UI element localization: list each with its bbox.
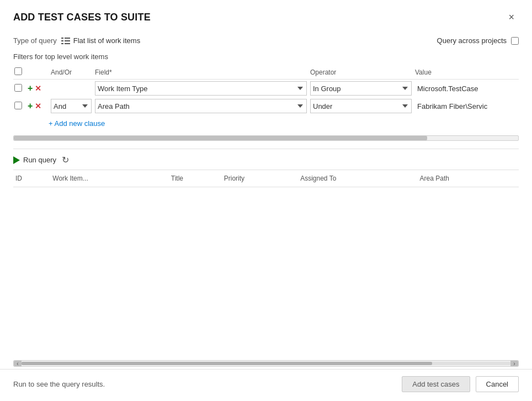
- th-operator: Operator: [309, 65, 414, 80]
- bottom-scrollbar-right-arrow[interactable]: ›: [510, 361, 518, 366]
- results-column-header: Priority: [222, 170, 298, 187]
- play-icon: [13, 156, 20, 164]
- th-checkbox: [13, 65, 25, 80]
- svg-rect-5: [65, 43, 70, 44]
- flat-list-label: Flat list of work items: [73, 36, 140, 45]
- add-test-cases-button[interactable]: Add test cases: [402, 376, 470, 392]
- query-type-left: Type of query Flat list of work items: [13, 36, 140, 45]
- th-field: Field*: [94, 65, 309, 80]
- delete-row-button[interactable]: ✕: [34, 85, 42, 92]
- list-icon: [61, 37, 70, 45]
- field-select[interactable]: Work Item Type: [95, 81, 307, 96]
- andor-select[interactable]: AndOr: [51, 99, 92, 113]
- svg-rect-0: [61, 38, 63, 39]
- results-table: IDWork Item...TitlePriorityAssigned ToAr…: [13, 170, 519, 187]
- footer-status: Run to see the query results.: [13, 380, 105, 388]
- filter-row: +✕AndOrArea PathUnderFabrikam Fiber\Serv…: [13, 97, 519, 115]
- value-cell: Fabrikam Fiber\Servic: [415, 102, 487, 110]
- svg-rect-4: [61, 43, 63, 44]
- bottom-scrollbar-left-arrow[interactable]: ‹: [14, 361, 22, 366]
- run-query-row: Run query ↻: [13, 149, 519, 170]
- dialog-header: ADD TEST CASES TO SUITE ×: [0, 0, 532, 30]
- query-across-label: Query across projects: [437, 36, 507, 45]
- flat-list-selector[interactable]: Flat list of work items: [61, 36, 140, 45]
- dialog-body: Type of query Flat list of work items Qu…: [0, 30, 532, 369]
- run-query-label: Run query: [23, 156, 56, 164]
- results-column-header: Assigned To: [298, 170, 417, 187]
- th-value: Value: [414, 65, 519, 80]
- filter-row: +✕Work Item TypeIn GroupMicrosoft.TestCa…: [13, 80, 519, 98]
- query-type-label: Type of query: [13, 36, 57, 45]
- add-row-button[interactable]: +: [26, 102, 34, 110]
- bottom-scrollbar[interactable]: ‹ ›: [13, 360, 519, 367]
- top-scrollbar-thumb: [14, 136, 427, 140]
- add-clause-label: + Add new clause: [49, 119, 105, 128]
- field-select[interactable]: Area Path: [95, 99, 307, 113]
- bottom-scrollbar-thumb: [22, 362, 432, 365]
- top-scrollbar[interactable]: [13, 135, 519, 141]
- query-type-row: Type of query Flat list of work items Qu…: [13, 30, 519, 49]
- results-area: IDWork Item...TitlePriorityAssigned ToAr…: [13, 170, 519, 358]
- operator-select[interactable]: Under: [310, 99, 412, 113]
- header-checkbox[interactable]: [14, 67, 22, 75]
- add-row-button[interactable]: +: [26, 84, 34, 93]
- th-actions: [25, 65, 50, 80]
- refresh-button[interactable]: ↻: [62, 155, 69, 165]
- th-andor: And/Or: [50, 65, 94, 80]
- dialog-title: ADD TEST CASES TO SUITE: [13, 12, 151, 23]
- query-across-checkbox[interactable]: [511, 37, 519, 45]
- query-across-right: Query across projects: [437, 36, 519, 45]
- dialog-footer: Run to see the query results. Add test c…: [0, 369, 532, 401]
- close-button[interactable]: ×: [504, 10, 519, 24]
- svg-rect-1: [65, 38, 70, 39]
- delete-row-button[interactable]: ✕: [34, 102, 42, 110]
- dialog: ADD TEST CASES TO SUITE × Type of query …: [0, 0, 532, 401]
- results-column-header: ID: [13, 170, 50, 187]
- row-checkbox[interactable]: [14, 84, 22, 92]
- value-cell: Microsoft.TestCase: [415, 85, 478, 93]
- bottom-scrollbar-track: [22, 362, 510, 365]
- results-column-header: Work Item...: [50, 170, 168, 187]
- results-column-header: Area Path: [418, 170, 519, 187]
- run-query-button[interactable]: Run query: [13, 156, 56, 164]
- svg-rect-3: [65, 40, 70, 41]
- results-column-header: Title: [169, 170, 222, 187]
- cancel-button[interactable]: Cancel: [476, 376, 519, 392]
- row-checkbox[interactable]: [14, 102, 22, 109]
- operator-select[interactable]: In Group: [310, 81, 412, 96]
- svg-rect-2: [61, 40, 63, 41]
- footer-buttons: Add test cases Cancel: [402, 376, 519, 392]
- filters-label: Filters for top level work items: [13, 49, 519, 65]
- add-clause-row[interactable]: + Add new clause: [13, 115, 519, 130]
- filter-table: And/Or Field* Operator Value +✕Work Item…: [13, 65, 519, 115]
